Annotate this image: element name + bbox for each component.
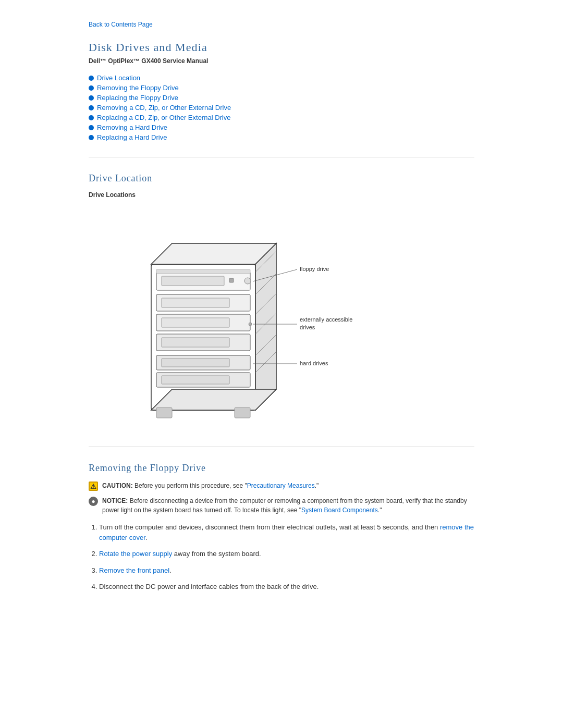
caution-label: CAUTION:	[102, 482, 133, 489]
toc-item-3: Removing a CD, Zip, or Other External Dr…	[89, 104, 474, 112]
drive-location-title: Drive Location	[89, 173, 474, 184]
svg-rect-13	[162, 318, 229, 327]
page-title: Disk Drives and Media	[89, 41, 474, 54]
notice-body: Before disconnecting a device from the c…	[102, 497, 467, 514]
svg-text:drives: drives	[300, 324, 315, 330]
toc-item-2: Replacing the Floppy Drive	[89, 94, 474, 102]
step-2-text: Rotate the power supply away from the sy…	[99, 550, 261, 558]
toc-link-5[interactable]: Removing a Hard Drive	[97, 124, 167, 131]
caution-end: ."	[315, 482, 319, 489]
toc-bullet-2	[89, 95, 94, 101]
svg-point-21	[249, 323, 252, 326]
svg-marker-3	[151, 389, 276, 410]
step-4-text: Disconnect the DC power and interface ca…	[99, 583, 319, 590]
caution-box: ⚠ CAUTION: Before you perform this proce…	[89, 481, 474, 491]
svg-rect-11	[162, 298, 229, 307]
step-3-text: Remove the front panel.	[99, 566, 172, 574]
page-subtitle: Dell™ OptiPlex™ GX400 Service Manual	[89, 57, 474, 65]
system-board-components-link[interactable]: System Board Components	[301, 507, 378, 514]
toc-item-0: Drive Location	[89, 74, 474, 82]
drive-location-section: Drive Location Drive Locations	[89, 173, 474, 431]
svg-rect-5	[235, 408, 250, 418]
remove-front-panel-link[interactable]: Remove the front panel	[99, 566, 169, 574]
step-2: Rotate the power supply away from the sy…	[99, 549, 474, 559]
removing-floppy-title: Removing the Floppy Drive	[89, 463, 474, 474]
svg-marker-1	[151, 243, 276, 264]
svg-marker-2	[255, 243, 276, 410]
svg-rect-9	[156, 269, 250, 274]
svg-text:externally accessible: externally accessible	[300, 316, 353, 323]
caution-icon: ⚠	[89, 482, 98, 491]
toc-bullet-0	[89, 76, 94, 81]
notice-box: ● NOTICE: Before disconnecting a device …	[89, 496, 474, 515]
toc-link-6[interactable]: Replacing a Hard Drive	[97, 133, 167, 141]
svg-rect-17	[162, 359, 229, 367]
drive-location-diagram: floppy drive externally accessible drive…	[99, 207, 370, 431]
toc-bullet-5	[89, 125, 94, 130]
step-1: Turn off the computer and devices, disco…	[99, 522, 474, 542]
step-3: Remove the front panel.	[99, 565, 474, 576]
divider-2	[89, 447, 474, 447]
precautionary-measures-link[interactable]: Precautionary Measures	[247, 482, 315, 489]
step-1-text: Turn off the computer and devices, disco…	[99, 523, 474, 541]
toc-link-1[interactable]: Removing the Floppy Drive	[97, 84, 179, 92]
removing-floppy-section: Removing the Floppy Drive ⚠ CAUTION: Bef…	[89, 463, 474, 592]
back-to-contents-link[interactable]: Back to Contents Page	[89, 21, 474, 28]
notice-text: NOTICE: Before disconnecting a device fr…	[102, 496, 474, 515]
svg-rect-8	[229, 278, 234, 282]
toc-link-2[interactable]: Replacing the Floppy Drive	[97, 94, 178, 102]
svg-rect-19	[162, 376, 229, 384]
svg-text:hard drives: hard drives	[300, 360, 328, 366]
toc-list: Drive Location Removing the Floppy Drive…	[89, 74, 474, 141]
steps-list: Turn off the computer and devices, disco…	[99, 522, 474, 592]
notice-end: ."	[378, 507, 382, 514]
divider-1	[89, 157, 474, 157]
step-4: Disconnect the DC power and interface ca…	[99, 582, 474, 592]
toc-bullet-6	[89, 135, 94, 140]
svg-rect-4	[156, 408, 172, 418]
toc-item-1: Removing the Floppy Drive	[89, 84, 474, 92]
toc-bullet-1	[89, 85, 94, 91]
notice-label: NOTICE:	[102, 497, 128, 504]
toc-item-4: Replacing a CD, Zip, or Other External D…	[89, 114, 474, 121]
svg-rect-15	[162, 338, 229, 347]
remove-cover-link[interactable]: remove the computer cover	[99, 523, 474, 541]
caution-body: Before you perform this procedure, see "	[134, 482, 247, 489]
caution-text: CAUTION: Before you perform this procedu…	[102, 481, 319, 490]
toc-bullet-3	[89, 105, 94, 110]
toc-link-0[interactable]: Drive Location	[97, 74, 140, 82]
toc-bullet-4	[89, 115, 94, 120]
rotate-power-supply-link[interactable]: Rotate the power supply	[99, 550, 172, 558]
svg-rect-7	[162, 276, 224, 286]
svg-point-20	[244, 278, 251, 284]
svg-text:floppy drive: floppy drive	[300, 266, 329, 272]
toc-link-4[interactable]: Replacing a CD, Zip, or Other External D…	[97, 114, 230, 121]
tower-svg: floppy drive externally accessible drive…	[99, 207, 370, 431]
toc-link-3[interactable]: Removing a CD, Zip, or Other External Dr…	[97, 104, 231, 112]
toc-item-6: Replacing a Hard Drive	[89, 133, 474, 141]
toc-item-5: Removing a Hard Drive	[89, 124, 474, 131]
drive-locations-label: Drive Locations	[89, 191, 474, 199]
notice-icon: ●	[89, 497, 98, 506]
